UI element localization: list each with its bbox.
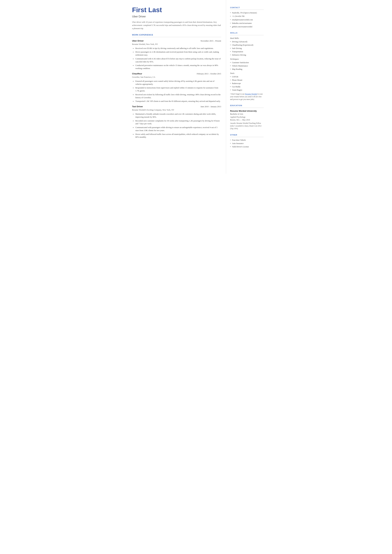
edu-institution: Resume Worded University [230,109,264,112]
contact-title: CONTACT [230,6,264,10]
contact-item: Nashville, TN (Open to Remote) [230,11,264,14]
job-3-title: Taxi Driver [132,105,143,108]
job-2-header: Chauffeur February 2013 – October 2015 [132,72,221,75]
skills-tools-label: Tools: [230,72,264,75]
job-2: Chauffeur February 2013 – October 2015 G… [132,72,221,103]
candidate-title: Uber Driver [132,14,221,19]
job-2-dates: February 2013 – October 2015 [197,72,221,75]
candidate-name: First Last [132,6,221,14]
contact-list: Nashville, TN (Open to Remote) +1-234-45… [230,11,264,28]
list-item: Safe Driving [230,47,264,50]
education-section: EDUCATION Resume Worded University Bache… [230,104,264,130]
job-3-dates: June 2010 – January 2013 [201,105,221,108]
other-list: Four-door Vehicle Auto Insurance Valid D… [230,139,264,148]
list-item: Recorded zero customer complaints for 30… [133,119,221,125]
contact-item: linkedin.com/in/username [230,22,264,25]
edu-awards: Awards: Resume Worded Teaching Fellow (o… [230,122,264,130]
skills-techniques-list: Customer Satisfaction Vehicle Maintenanc… [230,61,264,70]
list-item: Received over $3.8K in tips by driving c… [133,47,221,50]
job-1-company: Resume Worded, New York, NY [132,43,221,46]
job-2-bullets: Ensured all passengers were seated safel… [132,80,221,103]
edu-field: Applied Psychology [230,116,264,119]
job-1-dates: November 2015 – Present [201,40,221,42]
job-1-title: Uber Driver [132,39,144,42]
contact-item: github.com/resumeworded [230,25,264,28]
work-experience-section: WORK EXPERIENCE Uber Driver November 201… [132,34,221,139]
list-item: Four-door Vehicle [230,139,264,141]
list-item: Auto Insurance [230,142,264,145]
contact-item: email@resumeworded.com [230,18,264,21]
list-item: Customer Satisfaction [230,61,264,64]
list-item: Maintained a friendly attitude towards c… [133,112,221,119]
contact-section: CONTACT Nashville, TN (Open to Remote) +… [230,6,264,28]
job-3-company: Resume Worded's Exciting Company, New Yo… [132,108,221,112]
list-item: Communicated with passengers while drivi… [133,126,221,132]
list-item: Phone Mount [230,79,264,82]
other-section: OTHER Four-door Vehicle Auto Insurance V… [230,133,264,148]
job-1-bullets: Received over $3.8K in tips by driving c… [132,47,221,70]
list-item: Chauffeuring (Experienced) [230,44,264,46]
right-column: CONTACT Nashville, TN (Open to Remote) +… [226,0,267,174]
work-experience-title: WORK EXPERIENCE [132,34,221,37]
job-3-bullets: Maintained a friendly attitude towards c… [132,112,221,139]
candidate-summary: Uber driver with 10 years of experience … [132,21,221,30]
other-title: OTHER [230,133,264,137]
list-item: Transportation [230,50,264,53]
job-3-header: Taxi Driver June 2010 – January 2013 [132,105,221,108]
contact-item: +1-234-456-789 [230,15,264,18]
skills-tools-list: GOFAR Phone Mount Radarscope Gas Buddy V… [230,75,264,91]
list-item: GOFAR [230,75,264,78]
skills-title: SKILLS [230,32,264,35]
list-item: Conducted preventive maintenance on the … [133,64,221,70]
list-item: Vomit Bag(s) [230,89,264,91]
list-item: Drove safely and followed traffic laws a… [133,133,221,139]
list-item: Received zero tickets by following all t… [133,93,221,99]
list-item: Valid Driver's License [230,145,264,148]
job-1: Uber Driver November 2015 – Present Resu… [132,39,221,70]
list-item: Transported 1.3K VIP clients to and from… [133,100,221,103]
education-title: EDUCATION [230,104,264,108]
skills-hard-list: Driving (Advanced) Chauffeuring (Experie… [230,40,264,56]
list-item: Map Reading [230,68,264,70]
job-2-company: Growthsi, San Francisco, CA [132,76,221,79]
skills-section: SKILLS Hard Skills: Driving (Advanced) C… [230,32,264,101]
skills-techniques-label: Techniques: [230,58,264,61]
promo-text: • Don't forget to use Resume Worded to s… [230,93,264,101]
edu-degree: Bachelor of Arts [230,112,264,116]
resume-worded-link[interactable]: Resume Worded [245,93,257,95]
list-item: Gas Buddy [230,85,264,88]
skills-hard-label: Hard Skills: [230,37,264,40]
list-item: Driving (Advanced) [230,40,264,43]
list-item: Radarscope [230,82,264,85]
list-item: Responded to instructions from superviso… [133,86,221,92]
list-item: Defensive Driving [230,54,264,56]
job-3: Taxi Driver June 2010 – January 2013 Res… [132,105,221,139]
list-item: Drove passengers to 2.3K destinations an… [133,50,221,56]
job-1-header: Uber Driver November 2015 – Present [132,39,221,42]
list-item: Ensured all passengers were seated safel… [133,80,221,86]
left-column: First Last Uber Driver Uber driver with … [125,0,226,174]
resume-page: First Last Uber Driver Uber driver with … [125,0,267,174]
edu-dates: Boston, MA — May 2010 [230,119,264,121]
job-2-title: Chauffeur [132,72,142,75]
list-item: Communicated with 4.1K riders about ETA … [133,57,221,63]
list-item: Vehicle Maintenance [230,64,264,67]
